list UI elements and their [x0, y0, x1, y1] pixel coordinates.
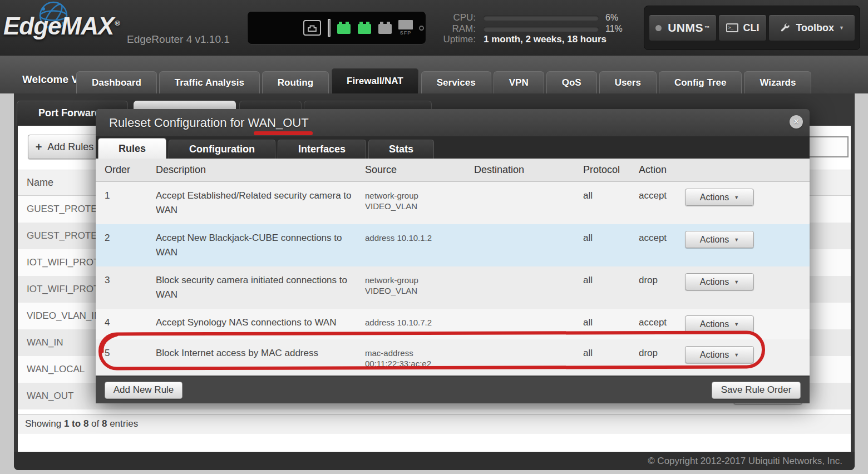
rule-row-circled: 5 Block Internet access by MAC address m…	[96, 339, 810, 376]
rule-row: 4 Accept Synology NAS connections to WAN…	[96, 309, 810, 339]
ruleset-name: GUEST_PROTEC	[27, 204, 104, 214]
actions-dropdown-button[interactable]: Actions▼	[685, 315, 754, 333]
unms-button[interactable]: UNMS ™	[649, 14, 717, 41]
summary-text: entries	[107, 418, 138, 429]
main-nav-tabs: Dashboard Traffic Analysis Routing Firew…	[76, 68, 811, 93]
rule-order: 1	[105, 189, 156, 203]
actions-label: Actions	[700, 235, 729, 245]
ruleset-name: WAN_LOCAL	[27, 364, 85, 374]
rule-destination	[474, 231, 583, 233]
ram-label: RAM:	[422, 23, 476, 34]
rule-destination	[474, 315, 583, 317]
cpu-progress-bar	[484, 16, 599, 21]
rule-source: mac-address00:11:22:33:ac:e2	[365, 346, 474, 369]
copyright-bar: © Copyright 2012-2017 Ubiquiti Networks,…	[14, 452, 855, 470]
rule-row: 2 Accept New Blackjack-CUBE connections …	[96, 224, 810, 266]
toolbox-button[interactable]: Toolbox ▼	[768, 14, 855, 41]
rule-protocol: all	[583, 273, 639, 288]
cpu-stat: CPU: 6%	[422, 12, 618, 23]
nav-tab-traffic-analysis[interactable]: Traffic Analysis	[159, 71, 260, 93]
unms-label: UNMS	[668, 21, 703, 34]
actions-label: Actions	[700, 277, 729, 287]
modal-tab-rules[interactable]: Rules	[98, 138, 166, 159]
rule-destination	[474, 189, 583, 190]
logo-label: EdgeMAX	[3, 12, 114, 40]
nav-tab-wizards[interactable]: Wizards	[744, 71, 811, 93]
column-header-protocol: Protocol	[583, 164, 639, 176]
nav-tab-config-tree[interactable]: Config Tree	[659, 71, 742, 93]
modal-tab-interfaces[interactable]: Interfaces	[278, 140, 366, 159]
nav-tab-routing[interactable]: Routing	[262, 71, 329, 93]
actions-dropdown-button[interactable]: Actions▼	[685, 273, 754, 290]
close-icon[interactable]: ✕	[790, 115, 803, 129]
rule-action: accept	[639, 315, 685, 330]
actions-dropdown-button[interactable]: Actions▼	[685, 346, 754, 363]
rule-action: accept	[639, 231, 685, 245]
uptime-label: Uptime:	[422, 34, 476, 45]
rule-action: drop	[639, 273, 685, 288]
nav-tab-dashboard[interactable]: Dashboard	[76, 71, 157, 93]
chevron-down-icon: ▼	[734, 322, 739, 327]
rule-description: Accept Established/Related security came…	[156, 189, 365, 218]
app-logo: EdgeMAX®	[3, 12, 120, 40]
ram-value: 11%	[605, 24, 623, 34]
uptime-value: 1 month, 2 weeks, 18 hours	[484, 34, 606, 45]
nav-tab-firewall-nat[interactable]: Firewall/NAT	[331, 68, 419, 93]
panel-divider	[328, 19, 331, 37]
rule-order: 2	[105, 231, 156, 245]
ruleset-configuration-modal: Ruleset Configuration for WAN_OUT ✕ Rule…	[96, 109, 810, 403]
ruleset-name: IOT_WIFI_PROT	[27, 257, 99, 268]
column-header-order: Order	[105, 164, 156, 176]
rule-source: network-groupVIDEO_VLAN	[365, 189, 474, 211]
nav-tab-vpn[interactable]: VPN	[494, 71, 544, 93]
modal-tab-stats[interactable]: Stats	[368, 140, 434, 159]
unms-status-icon	[655, 25, 662, 31]
nav-tab-qos[interactable]: QoS	[546, 71, 597, 93]
nav-tab-services[interactable]: Services	[421, 71, 491, 93]
ruleset-name: IOT_WIFI_PROT	[27, 284, 99, 294]
ruleset-name: VIDEO_VLAN_IN	[27, 310, 101, 321]
rule-destination	[474, 346, 583, 348]
rule-protocol: all	[583, 231, 639, 245]
rule-description: Accept Synology NAS connections to WAN	[156, 315, 365, 330]
actions-label: Actions	[700, 350, 729, 360]
rule-protocol: all	[583, 189, 639, 203]
console-port-icon	[303, 19, 322, 36]
rule-row: 1 Accept Established/Related security ca…	[96, 182, 810, 224]
rule-description: Accept New Blackjack-CUBE connections to…	[156, 231, 365, 260]
rule-order: 4	[105, 315, 156, 330]
rule-order: 5	[105, 346, 156, 361]
rule-source: address 10.10.7.2	[365, 315, 474, 328]
header-button-group: UNMS ™ >_ CLI Toolbox ▼	[644, 6, 860, 50]
cpu-value: 6%	[605, 13, 618, 23]
ruleset-name: WAN_OUT	[27, 391, 73, 401]
wrench-icon	[780, 23, 790, 33]
plus-icon: +	[36, 141, 42, 154]
welcome-text: Welcome Vl	[22, 73, 81, 86]
save-rule-order-button[interactable]: Save Rule Order	[712, 382, 801, 399]
modal-footer: Add New Rule Save Rule Order	[96, 376, 810, 403]
page-bottom-strip	[0, 470, 868, 474]
ram-progress-bar	[484, 27, 599, 32]
cpu-label: CPU:	[422, 12, 476, 23]
actions-dropdown-button[interactable]: Actions▼	[685, 231, 754, 248]
add-new-rule-button[interactable]: Add New Rule	[105, 382, 183, 399]
actions-dropdown-button[interactable]: Actions▼	[685, 189, 754, 206]
rule-description: Block Internet access by MAC address	[156, 346, 365, 361]
nav-tab-users[interactable]: Users	[599, 71, 657, 93]
modal-tab-configuration[interactable]: Configuration	[169, 140, 275, 159]
rule-action: drop	[639, 346, 685, 361]
cli-button[interactable]: >_ CLI	[718, 14, 767, 41]
ruleset-name: WAN_IN	[27, 337, 63, 348]
ruleset-name: GUEST_PROTEC	[27, 230, 104, 241]
trademark-mark: ™	[704, 25, 710, 31]
rule-destination	[474, 273, 583, 275]
chevron-down-icon: ▼	[734, 237, 739, 243]
rule-source: network-groupVIDEO_VLAN	[365, 273, 474, 296]
modal-title: Ruleset Configuration for WAN_OUT	[109, 116, 309, 130]
cli-label: CLI	[743, 22, 760, 34]
uptime-stat: Uptime: 1 month, 2 weeks, 18 hours	[422, 34, 606, 45]
add-ruleset-button[interactable]: + Add Rules	[28, 135, 101, 159]
rule-protocol: all	[583, 315, 639, 330]
add-ruleset-label: Add Rules	[47, 141, 93, 153]
